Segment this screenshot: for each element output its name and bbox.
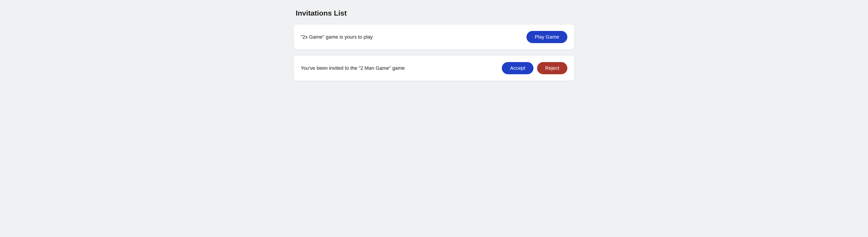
invitation-card: "2x Game" game is yours to play Play Gam… [294, 25, 574, 49]
accept-button[interactable]: Accept [502, 62, 533, 74]
invitation-message: You've been invited to the "2 Man Game" … [301, 65, 405, 71]
reject-button[interactable]: Reject [537, 62, 567, 74]
invitation-message: "2x Game" game is yours to play [301, 34, 373, 40]
button-group: Play Game [526, 31, 567, 43]
invitations-container: Invitations List "2x Game" game is yours… [289, 9, 579, 80]
invitation-card: You've been invited to the "2 Man Game" … [294, 56, 574, 80]
button-group: Accept Reject [502, 62, 567, 74]
play-game-button[interactable]: Play Game [526, 31, 567, 43]
page-title: Invitations List [296, 9, 574, 18]
